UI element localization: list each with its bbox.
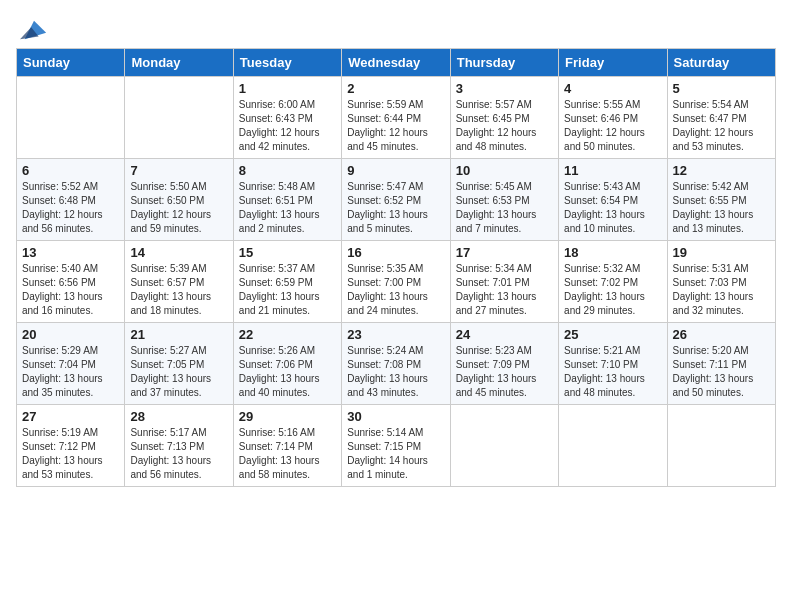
day-info: Sunrise: 5:45 AM Sunset: 6:53 PM Dayligh… <box>456 180 553 236</box>
day-info: Sunrise: 5:39 AM Sunset: 6:57 PM Dayligh… <box>130 262 227 318</box>
day-number: 11 <box>564 163 661 178</box>
day-number: 5 <box>673 81 770 96</box>
day-number: 18 <box>564 245 661 260</box>
day-number: 15 <box>239 245 336 260</box>
week-row-4: 20Sunrise: 5:29 AM Sunset: 7:04 PM Dayli… <box>17 323 776 405</box>
day-cell: 6Sunrise: 5:52 AM Sunset: 6:48 PM Daylig… <box>17 159 125 241</box>
day-cell: 26Sunrise: 5:20 AM Sunset: 7:11 PM Dayli… <box>667 323 775 405</box>
day-cell: 16Sunrise: 5:35 AM Sunset: 7:00 PM Dayli… <box>342 241 450 323</box>
day-number: 4 <box>564 81 661 96</box>
day-number: 22 <box>239 327 336 342</box>
day-info: Sunrise: 5:52 AM Sunset: 6:48 PM Dayligh… <box>22 180 119 236</box>
day-cell: 14Sunrise: 5:39 AM Sunset: 6:57 PM Dayli… <box>125 241 233 323</box>
day-number: 30 <box>347 409 444 424</box>
day-info: Sunrise: 5:59 AM Sunset: 6:44 PM Dayligh… <box>347 98 444 154</box>
day-number: 8 <box>239 163 336 178</box>
day-cell <box>17 77 125 159</box>
day-number: 10 <box>456 163 553 178</box>
day-cell: 10Sunrise: 5:45 AM Sunset: 6:53 PM Dayli… <box>450 159 558 241</box>
day-info: Sunrise: 5:14 AM Sunset: 7:15 PM Dayligh… <box>347 426 444 482</box>
day-number: 24 <box>456 327 553 342</box>
weekday-sunday: Sunday <box>17 49 125 77</box>
day-number: 16 <box>347 245 444 260</box>
weekday-tuesday: Tuesday <box>233 49 341 77</box>
day-info: Sunrise: 5:17 AM Sunset: 7:13 PM Dayligh… <box>130 426 227 482</box>
day-info: Sunrise: 5:37 AM Sunset: 6:59 PM Dayligh… <box>239 262 336 318</box>
day-number: 14 <box>130 245 227 260</box>
day-info: Sunrise: 5:34 AM Sunset: 7:01 PM Dayligh… <box>456 262 553 318</box>
calendar-table: SundayMondayTuesdayWednesdayThursdayFrid… <box>16 48 776 487</box>
week-row-5: 27Sunrise: 5:19 AM Sunset: 7:12 PM Dayli… <box>17 405 776 487</box>
week-row-2: 6Sunrise: 5:52 AM Sunset: 6:48 PM Daylig… <box>17 159 776 241</box>
day-number: 23 <box>347 327 444 342</box>
day-info: Sunrise: 5:57 AM Sunset: 6:45 PM Dayligh… <box>456 98 553 154</box>
week-row-3: 13Sunrise: 5:40 AM Sunset: 6:56 PM Dayli… <box>17 241 776 323</box>
day-cell: 21Sunrise: 5:27 AM Sunset: 7:05 PM Dayli… <box>125 323 233 405</box>
day-cell <box>559 405 667 487</box>
day-cell: 3Sunrise: 5:57 AM Sunset: 6:45 PM Daylig… <box>450 77 558 159</box>
day-info: Sunrise: 5:40 AM Sunset: 6:56 PM Dayligh… <box>22 262 119 318</box>
day-info: Sunrise: 5:24 AM Sunset: 7:08 PM Dayligh… <box>347 344 444 400</box>
day-number: 3 <box>456 81 553 96</box>
weekday-saturday: Saturday <box>667 49 775 77</box>
day-info: Sunrise: 5:50 AM Sunset: 6:50 PM Dayligh… <box>130 180 227 236</box>
day-cell <box>450 405 558 487</box>
day-number: 27 <box>22 409 119 424</box>
day-info: Sunrise: 5:43 AM Sunset: 6:54 PM Dayligh… <box>564 180 661 236</box>
day-info: Sunrise: 5:27 AM Sunset: 7:05 PM Dayligh… <box>130 344 227 400</box>
day-info: Sunrise: 5:54 AM Sunset: 6:47 PM Dayligh… <box>673 98 770 154</box>
day-number: 20 <box>22 327 119 342</box>
day-info: Sunrise: 5:47 AM Sunset: 6:52 PM Dayligh… <box>347 180 444 236</box>
day-cell: 15Sunrise: 5:37 AM Sunset: 6:59 PM Dayli… <box>233 241 341 323</box>
header <box>16 16 776 44</box>
day-cell: 12Sunrise: 5:42 AM Sunset: 6:55 PM Dayli… <box>667 159 775 241</box>
day-info: Sunrise: 5:16 AM Sunset: 7:14 PM Dayligh… <box>239 426 336 482</box>
weekday-thursday: Thursday <box>450 49 558 77</box>
day-info: Sunrise: 5:29 AM Sunset: 7:04 PM Dayligh… <box>22 344 119 400</box>
day-info: Sunrise: 5:20 AM Sunset: 7:11 PM Dayligh… <box>673 344 770 400</box>
weekday-wednesday: Wednesday <box>342 49 450 77</box>
day-cell: 20Sunrise: 5:29 AM Sunset: 7:04 PM Dayli… <box>17 323 125 405</box>
week-row-1: 1Sunrise: 6:00 AM Sunset: 6:43 PM Daylig… <box>17 77 776 159</box>
day-info: Sunrise: 5:32 AM Sunset: 7:02 PM Dayligh… <box>564 262 661 318</box>
day-number: 6 <box>22 163 119 178</box>
day-number: 2 <box>347 81 444 96</box>
day-info: Sunrise: 5:26 AM Sunset: 7:06 PM Dayligh… <box>239 344 336 400</box>
weekday-friday: Friday <box>559 49 667 77</box>
day-cell: 19Sunrise: 5:31 AM Sunset: 7:03 PM Dayli… <box>667 241 775 323</box>
day-info: Sunrise: 5:35 AM Sunset: 7:00 PM Dayligh… <box>347 262 444 318</box>
day-cell: 25Sunrise: 5:21 AM Sunset: 7:10 PM Dayli… <box>559 323 667 405</box>
day-cell: 29Sunrise: 5:16 AM Sunset: 7:14 PM Dayli… <box>233 405 341 487</box>
day-number: 29 <box>239 409 336 424</box>
day-info: Sunrise: 5:21 AM Sunset: 7:10 PM Dayligh… <box>564 344 661 400</box>
day-cell: 24Sunrise: 5:23 AM Sunset: 7:09 PM Dayli… <box>450 323 558 405</box>
day-info: Sunrise: 5:42 AM Sunset: 6:55 PM Dayligh… <box>673 180 770 236</box>
day-info: Sunrise: 5:48 AM Sunset: 6:51 PM Dayligh… <box>239 180 336 236</box>
day-number: 17 <box>456 245 553 260</box>
page-container: SundayMondayTuesdayWednesdayThursdayFrid… <box>16 16 776 487</box>
day-number: 19 <box>673 245 770 260</box>
day-cell: 5Sunrise: 5:54 AM Sunset: 6:47 PM Daylig… <box>667 77 775 159</box>
day-number: 1 <box>239 81 336 96</box>
day-info: Sunrise: 5:31 AM Sunset: 7:03 PM Dayligh… <box>673 262 770 318</box>
day-info: Sunrise: 5:19 AM Sunset: 7:12 PM Dayligh… <box>22 426 119 482</box>
day-info: Sunrise: 5:55 AM Sunset: 6:46 PM Dayligh… <box>564 98 661 154</box>
weekday-header-row: SundayMondayTuesdayWednesdayThursdayFrid… <box>17 49 776 77</box>
day-number: 25 <box>564 327 661 342</box>
day-number: 13 <box>22 245 119 260</box>
day-number: 26 <box>673 327 770 342</box>
day-cell: 28Sunrise: 5:17 AM Sunset: 7:13 PM Dayli… <box>125 405 233 487</box>
day-info: Sunrise: 5:23 AM Sunset: 7:09 PM Dayligh… <box>456 344 553 400</box>
day-cell: 1Sunrise: 6:00 AM Sunset: 6:43 PM Daylig… <box>233 77 341 159</box>
day-cell <box>667 405 775 487</box>
day-cell: 7Sunrise: 5:50 AM Sunset: 6:50 PM Daylig… <box>125 159 233 241</box>
logo <box>16 16 48 44</box>
day-cell: 2Sunrise: 5:59 AM Sunset: 6:44 PM Daylig… <box>342 77 450 159</box>
day-info: Sunrise: 6:00 AM Sunset: 6:43 PM Dayligh… <box>239 98 336 154</box>
day-number: 7 <box>130 163 227 178</box>
day-number: 9 <box>347 163 444 178</box>
weekday-monday: Monday <box>125 49 233 77</box>
day-cell <box>125 77 233 159</box>
day-cell: 4Sunrise: 5:55 AM Sunset: 6:46 PM Daylig… <box>559 77 667 159</box>
day-number: 28 <box>130 409 227 424</box>
